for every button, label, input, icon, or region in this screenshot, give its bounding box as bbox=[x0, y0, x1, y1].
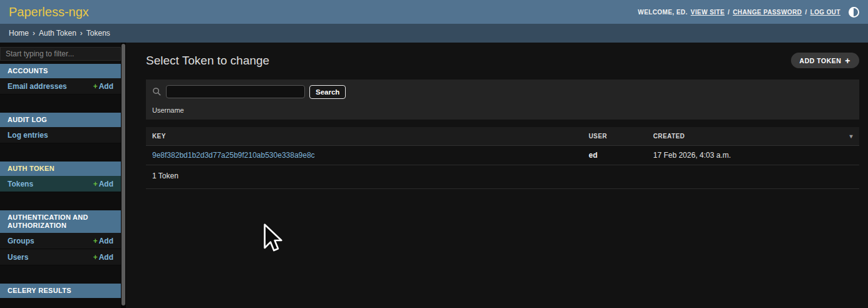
tokens-table: KEY USER CREATED ▾ 9e8f382bd1b2d3d77a25b… bbox=[146, 127, 859, 165]
column-header-user[interactable]: USER bbox=[582, 127, 647, 146]
token-key-cell: 9e8f382bd1b2d3d77a25b9f210ab530e338a9e8c bbox=[146, 146, 582, 165]
brand-link[interactable]: Paperless-ngx bbox=[9, 5, 89, 19]
sidebar-section-celery-results: CELERY RESULTS bbox=[0, 284, 121, 298]
sidebar-nav: ACCOUNTS Email addresses +Add AUDIT LOG … bbox=[0, 43, 121, 308]
plus-icon: + bbox=[93, 237, 98, 245]
scrollbar-thumb[interactable] bbox=[121, 44, 125, 305]
sidebar-section-auth-token: AUTH TOKEN Tokens +Add bbox=[0, 162, 121, 192]
sidebar-scrollbar bbox=[121, 43, 126, 308]
add-email-address-link[interactable]: +Add bbox=[93, 82, 113, 91]
column-header-created-label: CREATED bbox=[653, 133, 685, 140]
token-created-cell: 17 Feb 2026, 4:03 a.m. bbox=[647, 146, 859, 165]
section-title: ACCOUNTS bbox=[0, 64, 121, 78]
breadcrumb: Home › Auth Token › Tokens bbox=[0, 24, 868, 43]
breadcrumb-home-link[interactable]: Home bbox=[9, 29, 29, 38]
sidebar-item-email-addresses: Email addresses +Add bbox=[0, 78, 121, 95]
theme-toggle-icon[interactable] bbox=[849, 7, 859, 18]
change-password-link[interactable]: CHANGE PASSWORD bbox=[733, 9, 802, 16]
sidebar-section-authentication-authorization: AUTHENTICATION AND AUTHORIZATION Groups … bbox=[0, 210, 121, 265]
add-user-link[interactable]: +Add bbox=[93, 253, 113, 262]
token-key-link[interactable]: 9e8f382bd1b2d3d77a25b9f210ab530e338a9e8c bbox=[152, 151, 315, 160]
add-token-link[interactable]: +Add bbox=[93, 180, 113, 188]
add-token-button-label: ADD TOKEN bbox=[800, 57, 842, 64]
table-row: 9e8f382bd1b2d3d77a25b9f210ab530e338a9e8c… bbox=[146, 146, 859, 165]
sidebar-section-audit-log: AUDIT LOG Log entries bbox=[0, 113, 121, 143]
plus-icon: + bbox=[93, 253, 98, 262]
main-content: Select Token to change ADD TOKEN + Searc… bbox=[126, 43, 868, 308]
add-label: Add bbox=[99, 82, 113, 91]
users-link[interactable]: Users bbox=[8, 253, 28, 262]
column-header-created[interactable]: CREATED ▾ bbox=[647, 127, 859, 146]
tokens-link[interactable]: Tokens bbox=[8, 180, 33, 188]
sidebar-section-accounts: ACCOUNTS Email addresses +Add bbox=[0, 64, 121, 95]
log-entries-link[interactable]: Log entries bbox=[8, 131, 48, 140]
breadcrumb-separator: › bbox=[80, 29, 83, 38]
sidebar-item-users: Users +Add bbox=[0, 249, 121, 265]
search-input[interactable] bbox=[166, 85, 305, 98]
breadcrumb-auth-token-link[interactable]: Auth Token bbox=[39, 29, 76, 38]
view-site-link[interactable]: VIEW SITE bbox=[691, 9, 725, 16]
sidebar-item-tokens: Tokens +Add bbox=[0, 176, 121, 192]
add-label: Add bbox=[99, 180, 113, 188]
plus-icon: + bbox=[93, 82, 98, 91]
add-label: Add bbox=[99, 237, 113, 245]
breadcrumb-separator: › bbox=[33, 29, 35, 38]
groups-link[interactable]: Groups bbox=[8, 237, 34, 245]
sidebar-filter-input[interactable] bbox=[0, 47, 121, 61]
plus-icon: + bbox=[93, 180, 98, 188]
top-header: Paperless-ngx WELCOME, ED. VIEW SITE / C… bbox=[0, 0, 868, 24]
link-separator: / bbox=[805, 9, 807, 16]
search-field-label: Username bbox=[152, 106, 853, 115]
plus-icon: + bbox=[845, 56, 850, 66]
result-count: 1 Token bbox=[146, 165, 859, 189]
search-button[interactable]: Search bbox=[309, 85, 346, 99]
search-module: Search Username bbox=[146, 80, 859, 120]
sidebar-item-groups: Groups +Add bbox=[0, 233, 121, 249]
column-header-key[interactable]: KEY bbox=[146, 127, 582, 146]
section-title: AUTHENTICATION AND AUTHORIZATION bbox=[0, 210, 121, 233]
search-icon bbox=[152, 87, 162, 96]
page-title: Select Token to change bbox=[146, 54, 859, 68]
table-header-row: KEY USER CREATED ▾ bbox=[146, 127, 859, 146]
sidebar-item-log-entries: Log entries bbox=[0, 127, 121, 143]
link-separator: / bbox=[728, 9, 730, 16]
section-title: AUTH TOKEN bbox=[0, 162, 121, 176]
log-out-link[interactable]: LOG OUT bbox=[810, 9, 840, 16]
user-tools: WELCOME, ED. VIEW SITE / CHANGE PASSWORD… bbox=[638, 7, 859, 18]
add-group-link[interactable]: +Add bbox=[93, 237, 113, 245]
welcome-text: WELCOME, ED. bbox=[638, 9, 688, 16]
section-title: CELERY RESULTS bbox=[0, 284, 121, 298]
email-addresses-link[interactable]: Email addresses bbox=[8, 82, 67, 91]
sort-options-icon[interactable]: ▾ bbox=[850, 133, 853, 140]
breadcrumb-current: Tokens bbox=[86, 29, 110, 38]
page: Paperless-ngx WELCOME, ED. VIEW SITE / C… bbox=[0, 0, 868, 308]
section-title: AUDIT LOG bbox=[0, 113, 121, 127]
add-token-button[interactable]: ADD TOKEN + bbox=[791, 53, 859, 68]
add-label: Add bbox=[99, 253, 113, 262]
token-user-cell: ed bbox=[582, 146, 647, 165]
